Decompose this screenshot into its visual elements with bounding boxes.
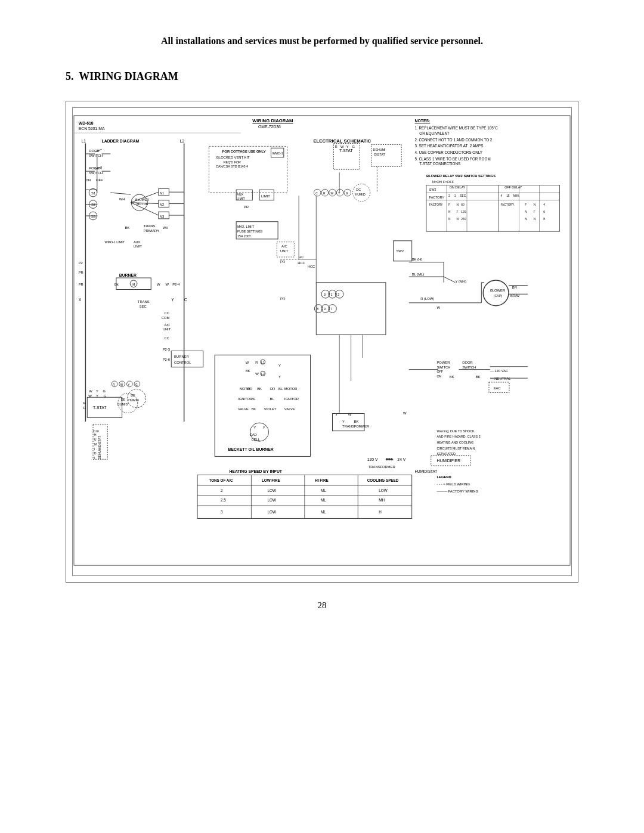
wiring-diagram-container: WD-618 ECN 5201-MA WIRING DIAGRAM OME-72… — [66, 101, 578, 583]
svg-text:W: W — [89, 389, 92, 393]
svg-text:1: 1 — [454, 194, 456, 197]
svg-text:BK: BK — [450, 375, 454, 379]
svg-text:R: R — [323, 192, 326, 195]
svg-text:OR: OR — [270, 387, 275, 391]
svg-rect-149 — [426, 185, 560, 231]
svg-text:PR: PR — [280, 260, 285, 264]
svg-text:2: 2 — [338, 293, 339, 296]
svg-text:1. REPLACEMENT WIRE MUST BE TY: 1. REPLACEMENT WIRE MUST BE TYPE 105°C — [415, 126, 499, 130]
svg-text:R: R — [83, 406, 85, 410]
svg-text:T-STAT: T-STAT — [93, 405, 106, 410]
svg-text:9: 9 — [324, 307, 326, 311]
svg-text:TRANS: TRANS — [144, 224, 156, 228]
svg-text:N: N — [534, 203, 536, 206]
svg-text:HUMIDIFIER: HUMIDIFIER — [436, 459, 460, 463]
svg-text:MOTOR: MOTOR — [284, 387, 298, 391]
svg-text:C: C — [184, 298, 187, 302]
svg-text:4: 4 — [543, 203, 545, 206]
svg-text:AND FIRE HAZARD, CLASS 2: AND FIRE HAZARD, CLASS 2 — [436, 435, 480, 438]
svg-text:7: 7 — [331, 307, 333, 311]
svg-text:MIN.: MIN. — [513, 194, 519, 197]
svg-text:MOTOR: MOTOR — [240, 387, 253, 391]
svg-text:W: W — [166, 283, 169, 286]
svg-text:HEATING AND COOLING: HEATING AND COOLING — [436, 441, 473, 444]
svg-point-271 — [391, 458, 393, 460]
svg-text:CAD: CAD — [249, 433, 256, 436]
svg-text:NOTES:: NOTES: — [415, 119, 431, 123]
svg-text:P2: P2 — [79, 261, 83, 265]
svg-text:— 120 VAC: — 120 VAC — [490, 369, 508, 373]
svg-text:3. SET HEAT ANTICIPATOR AT .2 : 3. SET HEAT ANTICIPATOR AT .2 AMPS — [415, 144, 484, 148]
svg-text:VALVE: VALVE — [284, 407, 295, 411]
svg-text:HUMID: HUMID — [355, 193, 366, 196]
svg-text:BLOCKED VENT KIT: BLOCKED VENT KIT — [216, 156, 250, 159]
svg-text:G: G — [103, 389, 106, 393]
svg-text:2. CONNECT HOT TO 1 AND COMMON: 2. CONNECT HOT TO 1 AND COMMON TO 2 — [415, 138, 493, 142]
svg-text:L1: L1 — [261, 361, 265, 364]
svg-text:G: G — [346, 192, 348, 195]
svg-text:8: 8 — [317, 307, 318, 311]
svg-rect-258 — [215, 355, 310, 456]
svg-text:BECKETT OIL BURNER: BECKETT OIL BURNER — [228, 447, 274, 451]
svg-text:Y: Y — [278, 364, 281, 367]
svg-text:OR EQUIVALENT: OR EQUIVALENT — [419, 131, 450, 136]
svg-text:LIMIT: LIMIT — [237, 197, 245, 200]
svg-text:L2: L2 — [180, 139, 185, 143]
svg-text:SW2: SW2 — [396, 249, 404, 253]
svg-text:ECN 5201-MA: ECN 5201-MA — [79, 126, 105, 131]
svg-text:MH: MH — [379, 498, 385, 502]
section-title: 5. WIRING DIAGRAM — [66, 70, 578, 83]
svg-text:I: I — [94, 457, 95, 460]
svg-text:LOW: LOW — [379, 488, 387, 493]
svg-text:W: W — [331, 192, 334, 195]
svg-text:BK: BK — [125, 226, 129, 230]
svg-text:UNIT: UNIT — [280, 249, 289, 253]
svg-text:CIRCUITS MUST REMAIN: CIRCUITS MUST REMAIN — [436, 447, 475, 450]
svg-text:Y: Y — [346, 145, 349, 148]
svg-text:BK: BK — [251, 407, 256, 411]
svg-text:S1: S1 — [91, 191, 95, 195]
svg-text:N: N — [448, 210, 451, 213]
svg-text:SWITCH: SWITCH — [462, 366, 476, 369]
svg-text:LOW: LOW — [268, 488, 276, 493]
svg-text:VALVE: VALVE — [238, 407, 249, 411]
svg-text:Y (MH): Y (MH) — [456, 280, 466, 283]
svg-text:HC: HC — [299, 255, 304, 259]
svg-text:BR: BR — [512, 286, 517, 289]
svg-text:4: 4 — [500, 194, 502, 197]
svg-text:Y: Y — [253, 426, 256, 429]
svg-text:AUX: AUX — [134, 240, 140, 244]
svg-text:S2: S2 — [91, 203, 95, 206]
svg-text:Y: Y — [263, 426, 265, 429]
svg-text:N3: N3 — [160, 215, 164, 218]
svg-text:I: I — [94, 448, 95, 451]
svg-text:L2: L2 — [261, 372, 265, 376]
svg-text:DISTAT: DISTAT — [374, 153, 385, 156]
svg-line-98 — [110, 193, 131, 194]
svg-text:G: G — [104, 394, 107, 398]
svg-text:R: R — [335, 145, 337, 148]
svg-text:ON DELAY: ON DELAY — [450, 185, 466, 189]
svg-text:W: W — [120, 383, 123, 386]
svg-text:H: H — [94, 433, 97, 436]
svg-point-270 — [388, 458, 391, 460]
svg-text:DE: DE — [121, 398, 126, 401]
svg-text:REQ'D FOR: REQ'D FOR — [224, 160, 241, 164]
svg-text:SWITCH: SWITCH — [89, 171, 103, 175]
svg-text:D: D — [94, 453, 97, 456]
warning-header: All installations and services must be p… — [66, 36, 578, 47]
svg-text:(CAP): (CAP) — [494, 294, 503, 298]
svg-text:TRANS: TRANS — [138, 300, 150, 304]
svg-text:1: 1 — [331, 293, 333, 296]
svg-text:SEC: SEC — [140, 305, 147, 308]
svg-text:H: H — [379, 510, 382, 514]
svg-text:DEHUMI-: DEHUMI- — [373, 148, 387, 151]
svg-text:PRIMARY: PRIMARY — [144, 229, 160, 233]
svg-text:BK (H): BK (H) — [412, 258, 423, 261]
svg-text:Y: Y — [342, 420, 345, 423]
svg-text:PR: PR — [79, 271, 83, 274]
svg-text:BURNER: BURNER — [174, 355, 189, 358]
svg-text:DEHUMIDISTAT: DEHUMIDISTAT — [98, 435, 101, 459]
svg-text:LADDER DIAGRAM: LADDER DIAGRAM — [102, 139, 140, 143]
svg-text:A/C: A/C — [281, 244, 287, 248]
